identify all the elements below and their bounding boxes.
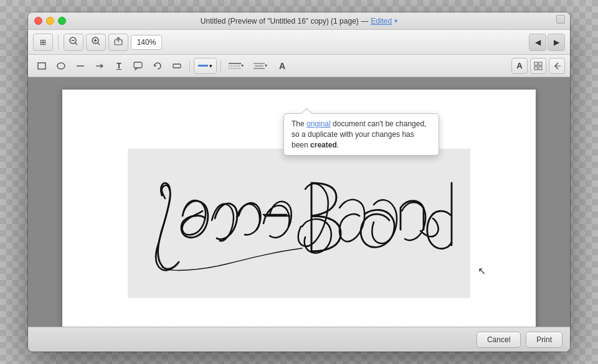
- main-window: Untitled (Preview of "Untitled 16" copy)…: [28, 12, 570, 352]
- line-tool-button[interactable]: [72, 58, 89, 74]
- zoom-out-icon: [69, 37, 78, 47]
- share-icon: [114, 37, 123, 47]
- color-arrow-icon: ▾: [209, 63, 212, 69]
- svg-point-10: [57, 63, 65, 69]
- main-toolbar: ⊞: [28, 30, 570, 55]
- annotation-toolbar-right: A: [511, 58, 565, 74]
- font-button[interactable]: A: [273, 58, 291, 74]
- rectangle-tool-button[interactable]: [33, 58, 50, 74]
- rotate-tool-button[interactable]: [149, 58, 166, 74]
- zoom-in-button[interactable]: [86, 34, 106, 51]
- traffic-lights: [34, 17, 66, 25]
- callout-tool-button[interactable]: [130, 58, 147, 74]
- toolbar-separator-1: [58, 35, 59, 50]
- zoom-in-icon: [92, 37, 100, 47]
- svg-rect-14: [173, 64, 181, 68]
- ann-separator-1: [189, 60, 190, 72]
- text-tool-button[interactable]: T: [110, 58, 128, 74]
- title-bar: Untitled (Preview of "Untitled 16" copy)…: [28, 12, 570, 30]
- color-picker-button[interactable]: ▾: [194, 58, 217, 74]
- minimize-button[interactable]: [46, 17, 54, 25]
- title-edited-label[interactable]: Edited: [371, 17, 392, 26]
- arrow-tool-button[interactable]: [91, 58, 108, 74]
- print-button[interactable]: Print: [526, 332, 562, 348]
- svg-rect-22: [539, 62, 542, 65]
- bottom-bar: Cancel Print: [28, 327, 570, 352]
- highlight-text-button[interactable]: A: [511, 58, 528, 74]
- cancel-button[interactable]: Cancel: [477, 332, 521, 348]
- share-button[interactable]: [108, 34, 128, 51]
- grid-view-button[interactable]: [530, 58, 546, 74]
- svg-rect-9: [38, 63, 45, 69]
- tooltip-text-part1: The: [292, 119, 306, 128]
- zoom-level-display: 140%: [131, 35, 162, 50]
- maximize-button[interactable]: [58, 17, 66, 25]
- tooltip-original-link[interactable]: original: [306, 119, 331, 128]
- tooltip-text-end: .: [337, 141, 339, 149]
- svg-rect-21: [534, 62, 538, 65]
- content-area[interactable]: The original document can't be changed, …: [28, 77, 570, 327]
- ann-separator-2: [221, 60, 221, 72]
- sidebar-toggle-button[interactable]: ⊞: [33, 34, 53, 51]
- title-chevron-icon[interactable]: ▾: [394, 17, 397, 24]
- signature-area: [128, 149, 470, 298]
- svg-rect-23: [534, 67, 538, 70]
- signature-svg: [128, 149, 470, 298]
- title-text: Untitled (Preview of "Untitled 16" copy)…: [201, 17, 368, 26]
- sidebar-icon: ⊞: [40, 38, 46, 47]
- ellipse-tool-button[interactable]: [52, 58, 70, 74]
- prev-page-button[interactable]: ◀: [529, 34, 546, 51]
- sketch-tool-button[interactable]: [168, 58, 186, 74]
- align-button[interactable]: ▾: [249, 58, 272, 74]
- color-swatch: [198, 65, 208, 67]
- svg-rect-13: [134, 62, 142, 68]
- svg-line-2: [75, 43, 77, 45]
- page-nav-group: ◀ ▶: [529, 34, 565, 51]
- resize-button[interactable]: [556, 15, 565, 24]
- close-button[interactable]: [34, 17, 42, 25]
- border-style-button[interactable]: ▾: [225, 58, 247, 74]
- svg-rect-24: [539, 67, 542, 70]
- next-page-button[interactable]: ▶: [548, 34, 565, 51]
- svg-line-6: [98, 43, 100, 45]
- annotation-toolbar: T ▾ ▾: [28, 55, 570, 77]
- zoom-level-text: 140%: [137, 38, 156, 47]
- zoom-out-button[interactable]: [64, 34, 83, 51]
- back-button[interactable]: [549, 58, 565, 74]
- tooltip: The original document can't be changed, …: [283, 113, 439, 156]
- resize-area: [556, 15, 565, 24]
- window-title: Untitled (Preview of "Untitled 16" copy)…: [201, 17, 397, 26]
- tooltip-bold-text: created: [310, 141, 337, 149]
